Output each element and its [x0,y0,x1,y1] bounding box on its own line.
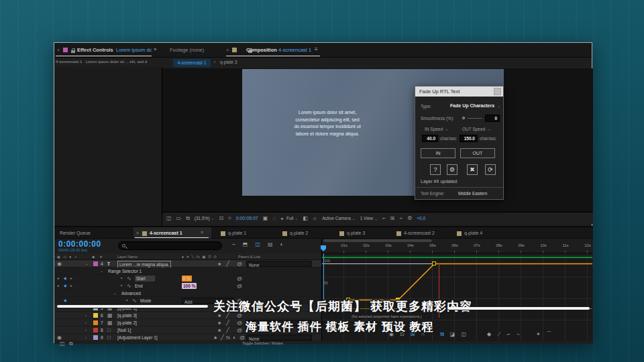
panel-menu-icon[interactable]: ≡ [201,230,203,235]
gear-icon[interactable]: ⚙ [447,164,458,175]
effect-controls-target[interactable]: Lorem ipsum dc [116,47,152,53]
current-timecode[interactable]: 0:00:00:00 [58,239,101,249]
snapshot-camera-icon[interactable]: ▣ [263,216,268,221]
eye-icon[interactable]: ◉ [57,261,62,267]
twirl-closed-icon[interactable]: › [85,312,87,318]
eye-icon[interactable]: ◉ [57,255,60,259]
group-label[interactable]: Range Selector 1 [108,268,142,274]
kf-prev-icon[interactable]: ◂ [57,283,59,289]
layer-color-swatch[interactable] [93,261,98,266]
always-preview-icon[interactable]: ◫ [166,216,172,221]
stopwatch-icon[interactable]: ◔ [119,276,123,282]
grid-guides-icon[interactable]: ⌗ [228,216,231,221]
in-button[interactable]: IN [421,148,455,158]
motion-blur-switch-icon[interactable]: ♠ [218,320,221,326]
panel-menu-icon[interactable]: ≡ [315,46,318,52]
close-icon[interactable]: × [226,47,229,53]
ease-out-icon[interactable]: ¬ [516,332,519,337]
layer-color-swatch[interactable] [93,335,98,340]
tab-q-plate-1[interactable]: q-plate 1 [228,231,246,235]
keyframe-diamond-icon[interactable]: ◆ [64,276,67,282]
property-row-start[interactable]: ◂ ◆ ▸ ◔ ∿ Start 0 % @ [54,275,321,282]
motion-blur-switch-icon[interactable]: ♠ [214,335,217,341]
shy-layers-icon[interactable]: ◫ [255,242,260,247]
layer-color-swatch[interactable] [93,320,98,325]
adjustment-switch-icon[interactable]: ◐ [233,335,236,341]
layer-name[interactable]: [Adjustment Layer 1] [117,335,158,341]
eye-icon[interactable]: ◉ [57,335,62,341]
property-value[interactable]: 0 % [182,276,192,282]
motion-blur-switch-icon[interactable]: ♠ [218,261,221,267]
magnification-dropdown[interactable]: (31,5%) ⌄ [195,216,215,221]
slider-track[interactable] [468,118,482,119]
twirl-closed-icon[interactable]: › [85,327,87,333]
easy-ease-icon[interactable]: ⟋ [497,332,501,337]
exposure-icon[interactable]: ☼ [313,216,317,221]
toggle-mask-icon[interactable]: ⌐ [382,216,386,221]
layer-color-swatch[interactable] [93,313,98,318]
out-button[interactable]: OUT [460,148,495,158]
motion-blur-icon[interactable]: ◐ [280,242,284,247]
out-speed-value[interactable]: 150.0 [460,135,478,142]
property-label[interactable]: Mode [140,298,151,304]
primary-viewer-icon[interactable]: ▭ [176,216,182,221]
tab-4-screencast-2[interactable]: 4-screencast 2 [404,231,435,235]
parent-dropdown[interactable]: None⌄ [246,261,312,267]
slider-handle[interactable] [462,117,465,119]
property-label[interactable]: Start [135,276,155,282]
mirror-viewer-icon[interactable]: ⧉ [186,216,190,221]
pickwhip-icon[interactable]: @ [237,261,242,267]
layer-row-4[interactable]: ◉ ⌄ 4 T Lorem ...re magna aliqua. ♠ ╱ @ … [54,260,321,267]
viewer-tab-active[interactable]: 4-screencast 1 [173,59,211,67]
graph-toggle-icon[interactable]: ∿ [132,298,137,304]
quality-switch-icon[interactable]: ╱ [226,327,229,333]
keyframe-diamond-icon[interactable]: ◆ [64,283,67,289]
graph-toggle-icon[interactable]: ∿ [127,283,131,289]
viewer-timecode[interactable]: 0:00:05:07 [236,216,258,221]
close-icon[interactable] [494,88,501,95]
pickwhip-icon[interactable]: @ [239,335,245,341]
twirl-closed-icon[interactable]: › [85,335,87,341]
toggle-switches-button[interactable]: Toggle Switches / Modes [242,341,283,345]
in-speed-value[interactable]: 40.0 [422,135,438,142]
layer-name-column[interactable]: Layer Name [117,255,138,259]
auto-zoom-icon[interactable]: ⧉ [440,332,444,337]
fit-all-icon[interactable]: ◫ [461,332,466,337]
label-column-icon[interactable]: ◆ [92,255,95,259]
tab-comp-active[interactable]: × 4-screencast 1 ≡ [133,227,211,239]
property-label[interactable]: End [135,283,143,289]
twirl-closed-icon[interactable]: › [85,320,87,326]
delete-icon[interactable]: ✖ [467,164,478,175]
parent-link-column[interactable]: Parent & Link [238,255,260,259]
kf-prev-icon[interactable]: ◂ [57,276,59,282]
layer-name[interactable]: [q-plate 2] [117,320,137,326]
tab-q-plate-2[interactable]: q-plate 2 [290,231,308,235]
tab-q-plate-3[interactable]: q-plate 3 [347,231,365,235]
comp-text-layer[interactable]: Lorem ipsum dolor sit amet, consectetur … [281,109,374,137]
parent-dropdown[interactable]: None⌄ [246,335,312,341]
view-layout-dropdown[interactable]: 1 View ⌄ [360,216,378,221]
twirl-open-icon[interactable]: ⌄ [113,290,117,296]
tab-footage[interactable]: Footage (none) [170,47,204,53]
lock-icon[interactable]: ▪ [75,255,76,259]
zoom-time-icon[interactable]: ⧉ [69,341,73,347]
quality-switch-icon[interactable]: ╱ [221,335,224,341]
audio-icon[interactable]: ◁ [63,255,66,259]
close-icon[interactable]: × [136,231,139,235]
pickwhip-icon[interactable]: @ [237,283,242,289]
playhead[interactable] [321,245,326,251]
twirl-open-icon[interactable]: ⌄ [100,268,103,274]
pickwhip-icon[interactable]: @ [237,320,242,326]
tab-composition[interactable]: Composition [246,47,277,53]
chevron-down-icon[interactable]: ⌄ [497,103,500,108]
time-ruler[interactable]: 01s 02s 03s 04s 05s 06s 07s 08s 09s 10s … [321,239,592,253]
search-input[interactable] [118,241,222,250]
pickwhip-icon[interactable]: @ [237,276,242,282]
channels-icon[interactable]: ●●● [280,217,282,221]
region-of-interest-icon[interactable]: ⊡ [219,216,223,221]
ease-in-icon[interactable]: ⌐ [507,332,511,337]
camera-dropdown[interactable]: Active Camera ⌄ [322,216,355,221]
fit-selection-icon[interactable]: ◪ [450,332,455,337]
exposure-value[interactable]: +0,0 [417,216,425,221]
stopwatch-icon[interactable]: ◔ [119,283,123,289]
